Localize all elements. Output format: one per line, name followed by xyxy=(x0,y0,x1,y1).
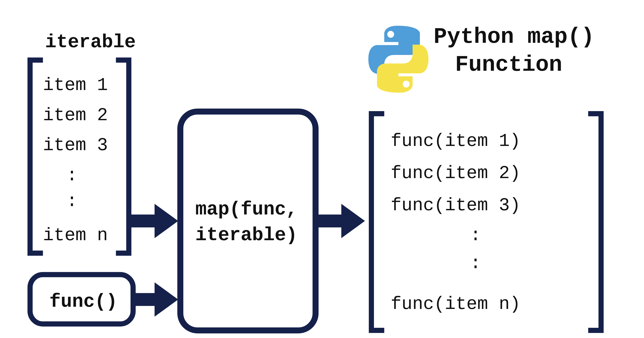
output-item: func(item 1) xyxy=(391,131,520,151)
arrow-iterable-to-map xyxy=(129,204,178,238)
iterable-item: item 1 xyxy=(43,75,108,95)
iterable-item: : xyxy=(66,165,78,186)
iterable-items: item 1 item 2 item 3 : : item n xyxy=(43,75,108,246)
title-line-2: Function xyxy=(455,52,562,77)
iterable-label: iterable xyxy=(45,31,136,53)
iterable-item: item n xyxy=(43,225,108,246)
title-line-1: Python map() xyxy=(434,24,594,49)
python-map-diagram: Python map() Function iterable item 1 it… xyxy=(0,0,644,338)
svg-rect-2 xyxy=(133,293,157,306)
map-label-line-2: iterable) xyxy=(195,224,297,246)
output-items: func(item 1) func(item 2) func(item 3) :… xyxy=(391,131,520,314)
iterable-item: item 3 xyxy=(43,135,108,155)
svg-marker-3 xyxy=(154,282,178,317)
output-item: func(item 2) xyxy=(391,163,520,183)
output-item: func(item n) xyxy=(391,294,520,314)
iterable-item: : xyxy=(66,191,78,211)
arrow-func-to-map xyxy=(133,282,178,317)
map-label-line-1: map(func, xyxy=(195,199,297,220)
output-item: func(item 3) xyxy=(391,195,520,216)
svg-marker-1 xyxy=(154,204,178,238)
python-logo-icon xyxy=(368,26,428,93)
svg-marker-5 xyxy=(341,204,365,238)
map-box xyxy=(180,112,316,331)
svg-rect-4 xyxy=(316,214,344,227)
output-item: : xyxy=(470,253,481,274)
iterable-item: item 2 xyxy=(43,105,108,125)
svg-rect-0 xyxy=(129,214,157,227)
output-item: : xyxy=(470,225,481,246)
func-label: func() xyxy=(49,291,117,313)
arrow-map-to-output xyxy=(316,204,365,238)
